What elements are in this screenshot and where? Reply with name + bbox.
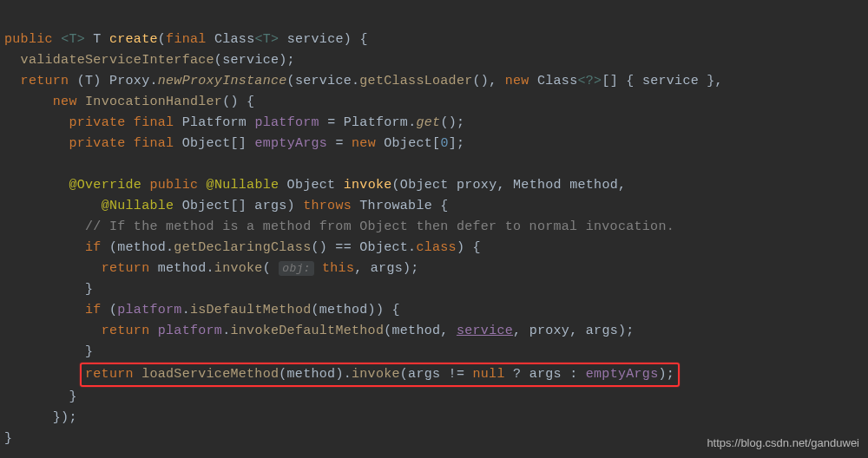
call-invoke: invoke [352,367,400,382]
type-Object: Object[ [376,136,440,151]
punct: ) { [344,32,368,47]
punct-semi: ); [279,53,295,68]
keyword-new: new [53,95,77,109]
type-InvocationHandler: InvocationHandler [85,95,222,109]
cast-expr: (T) Proxy. [77,74,158,88]
keyword-class: class [416,240,457,255]
keyword-new: new [505,74,529,88]
text: method. [149,261,214,276]
code-line-8: @Nullable Object[] args) throws Throwabl… [4,199,449,213]
keyword-return: return [85,367,134,382]
code-line-1: public <T> T create(final Class<T> servi… [4,32,368,47]
punct: ]; [449,136,465,151]
text: = Platform. [319,115,417,130]
keyword-new: new [352,136,376,151]
arg-service: service [222,53,279,68]
brace-close: } [69,389,76,404]
punct: (); [440,115,464,130]
param-hint-obj: obj: [279,261,313,276]
type-Object: Object [287,178,336,193]
code-line-12: } [4,282,93,297]
punct-end: }); [53,410,77,425]
keyword-this: this [322,261,354,276]
watermark-text: https://blog.csdn.net/ganduwei [707,435,859,453]
text: (method). [279,367,352,382]
keyword-return: return [102,261,150,276]
text: (args != [400,367,473,382]
keyword-private: private [69,136,125,151]
code-line-18: }); [4,410,77,425]
text: ( [102,303,118,317]
param-service: service [287,32,344,47]
keyword-return: return [102,324,150,338]
code-line-16-highlighted: return loadServiceMethod(method).invoke(… [4,367,680,382]
method-create: create [109,32,158,47]
text: ? args : [505,367,586,382]
brace-close: } [85,344,93,359]
code-editor: public <T> T create(final Class<T> servi… [4,9,864,449]
generic-T: <T> [61,32,85,47]
call-getClassLoader: getClassLoader [359,74,472,88]
field-emptyArgs: emptyArgs [586,367,659,382]
field-platform: platform [117,303,181,317]
code-line-17: } [4,389,77,404]
brace-close: } [85,282,93,297]
call-loadServiceMethod: loadServiceMethod [141,367,279,382]
call-getDeclaringClass: getDeclaringClass [174,240,311,255]
keyword-private: private [69,115,125,130]
type-Platform: Platform [182,115,247,130]
code-line-3: return (T) Proxy.newProxyInstance(servic… [4,74,723,88]
number-zero: 0 [440,136,448,151]
generic-wild: <?> [577,74,602,88]
brace-close: } [4,431,12,446]
params: (Object proxy, Method method, [392,178,627,193]
var-service: service [457,324,513,338]
generic-T2: <T> [254,32,279,47]
call-newProxyInstance: newProxyInstance [158,74,287,88]
code-line-11: return method.invoke( obj: this, args); [4,261,419,276]
call-invokeDefaultMethod: invokeDefaultMethod [230,324,384,338]
text: [] { service }, [602,74,723,88]
punct: ) { [457,240,481,255]
method-invoke: invoke [344,178,392,193]
type-T: T [93,32,101,47]
text: = [327,136,352,151]
text: ( [263,261,279,276]
text: (service. [287,74,360,88]
highlight-box: return loadServiceMethod(method).invoke(… [80,363,680,387]
text: , proxy, args); [513,324,635,338]
text: () == Object. [311,240,416,255]
field-platform: platform [158,324,222,338]
type-class: Class [529,74,578,88]
params: Object[] args) [182,199,304,213]
keyword-throws: throws [303,199,352,213]
code-line-10: if (method.getDeclaringClass() == Object… [4,240,481,255]
call-validateServiceInterface: validateServiceInterface [21,53,214,68]
text: (method)) { [312,303,400,317]
keyword-public: public [4,32,53,47]
code-line-4: new InvocationHandler() { [4,95,254,109]
keyword-if: if [85,240,102,255]
call-isDefaultMethod: isDefaultMethod [190,303,312,317]
keyword-return: return [21,74,69,88]
comment-line: // If the method is a method from Object… [85,219,674,234]
code-line-13: if (platform.isDefaultMethod(method)) { [4,303,400,317]
type-Throwable: Throwable { [352,199,449,213]
keyword-if: if [85,303,102,317]
text: (method. [102,240,174,255]
field-platform: platform [254,115,319,130]
annotation-override: @Override [69,178,141,193]
keyword-final: final [134,115,174,130]
punct: () { [222,95,254,109]
type-class: Class [214,32,255,47]
text: (), [473,74,505,88]
type-ObjectArr: Object[] [182,136,247,151]
keyword-final: final [134,136,174,151]
field-emptyArgs: emptyArgs [254,136,327,151]
code-line-9: // If the method is a method from Object… [4,219,674,234]
code-line-14: return platform.invokeDefaultMethod(meth… [4,324,635,338]
code-line-5: private final Platform platform = Platfo… [4,115,464,130]
code-line-7: @Override public @Nullable Object invoke… [4,178,626,193]
keyword-final: final [166,32,207,47]
keyword-public: public [149,178,198,193]
